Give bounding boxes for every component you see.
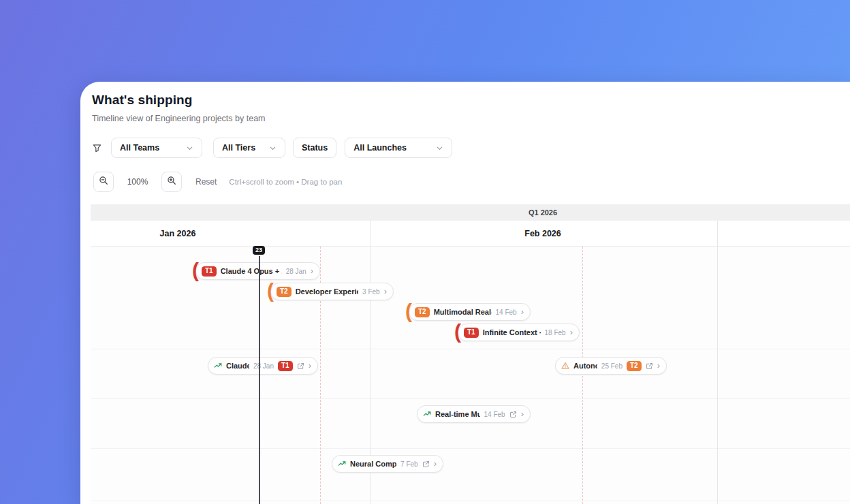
chevron-right-icon: › [570,328,573,336]
tier-badge: T2 [627,361,642,371]
today-tooltip: 23 [253,246,265,255]
quarter-label: Q1 2026 [529,208,557,217]
start-bracket-icon: ( [192,260,199,281]
magnifier-plus-icon [167,176,176,188]
item-title: Multimodal Real-t... [434,308,492,316]
tiers-select[interactable]: All Tiers [213,138,285,158]
item-title: Neural Computer... [350,460,396,468]
trend-up-icon [338,460,346,468]
zoom-hint: Ctrl+scroll to zoom • Drag to pan [229,178,342,186]
month-boundary-line [717,221,718,504]
zoom-toolbar: 100% Reset Ctrl+scroll to zoom • Drag to… [93,172,342,192]
main-card: What's shipping Timeline view of Enginee… [80,82,850,504]
chevron-right-icon: › [384,287,387,296]
tier-badge: T1 [202,266,217,277]
lane-separator [91,349,850,349]
launches-select-value: All Launches [353,143,407,153]
external-link-icon [422,460,430,468]
item-title: Claude 4 ... [226,362,249,370]
external-link-icon [297,362,304,370]
external-link-icon [509,411,517,418]
item-date: 28 Jan [253,362,274,370]
chevron-down-icon [186,144,193,152]
chevron-right-icon: › [311,266,313,275]
status-button[interactable]: Status [293,138,336,158]
month-label: Jan 2026 [160,229,196,238]
milestone-pill[interactable]: (T1Claude 4 Opus + ...28 Jan› [195,262,320,280]
item-date: 18 Feb [545,329,566,336]
item-date: 25 Feb [601,362,623,370]
item-title: Infinite Context + ... [483,328,541,336]
magnifier-minus-icon [99,176,108,188]
launch-pill[interactable]: Autonomo...25 FebT2› [555,357,667,375]
month-header: Jan 2026Feb 2026 [91,221,850,247]
zoom-level: 100% [114,177,161,187]
today-line [259,256,260,504]
quarter-header: Q1 2026 [91,204,850,221]
page-subtitle: Timeline view of Engineering projects by… [92,114,266,123]
start-bracket-icon: ( [454,321,461,342]
chevron-right-icon: › [434,459,437,468]
chevron-down-icon [269,144,277,152]
item-title: Autonomo... [573,362,597,370]
launch-pill[interactable]: Neural Computer...7 Feb› [332,455,443,473]
tier-badge: T1 [278,361,293,371]
chevron-right-icon: › [521,409,524,418]
trend-up-icon [423,410,431,418]
tiers-select-value: All Tiers [222,143,255,153]
chevron-down-icon [436,144,443,152]
status-button-label: Status [302,143,328,153]
external-link-icon [646,362,653,370]
tier-badge: T2 [277,287,292,297]
chevron-right-icon: › [309,361,311,370]
start-bracket-icon: ( [267,281,274,301]
chevron-right-icon: › [521,307,524,316]
filter-bar: All Teams All Tiers Status All Launches [92,138,452,158]
reset-button[interactable]: Reset [195,177,217,187]
trend-up-icon [214,362,222,370]
date-marker-line [582,247,583,504]
lane-separator [91,501,850,501]
teams-select[interactable]: All Teams [111,138,202,158]
zoom-out-button[interactable] [93,172,114,192]
milestone-pill[interactable]: (T1Infinite Context + ...18 Feb› [458,324,580,341]
tier-badge: T1 [464,328,479,338]
timeline-grid[interactable]: (T1Claude 4 Opus + ...28 Jan›(T2Develope… [91,247,850,504]
warning-icon [561,362,569,370]
milestone-pill[interactable]: (T2Developer Experie...3 Feb› [270,283,394,300]
item-date: 28 Jan [286,268,306,275]
item-date: 3 Feb [362,288,380,296]
item-title: Claude 4 Opus + ... [221,267,282,275]
chevron-right-icon: › [657,361,660,370]
lane-separator [91,448,850,449]
timeline[interactable]: Q1 2026 Jan 2026Feb 2026 (T1Claude 4 Opu… [91,204,850,504]
zoom-in-button[interactable] [161,172,182,192]
start-bracket-icon: ( [405,301,412,321]
teams-select-value: All Teams [120,143,159,153]
item-date: 14 Feb [496,309,517,316]
month-label: Feb 2026 [524,229,561,238]
item-title: Developer Experie... [296,287,358,296]
item-title: Real-time Multi... [435,410,480,418]
item-date: 7 Feb [400,460,418,468]
milestone-pill[interactable]: (T2Multimodal Real-t...14 Feb› [409,303,531,321]
page-title: What's shipping [92,93,192,108]
launches-select[interactable]: All Launches [345,138,452,158]
tier-badge: T2 [415,307,430,317]
lane-separator [91,398,850,399]
launch-pill[interactable]: Claude 4 ...28 JanT1› [208,357,318,375]
item-date: 14 Feb [484,411,505,418]
launch-pill[interactable]: Real-time Multi...14 Feb› [417,405,531,423]
filter-funnel-icon [92,143,102,153]
